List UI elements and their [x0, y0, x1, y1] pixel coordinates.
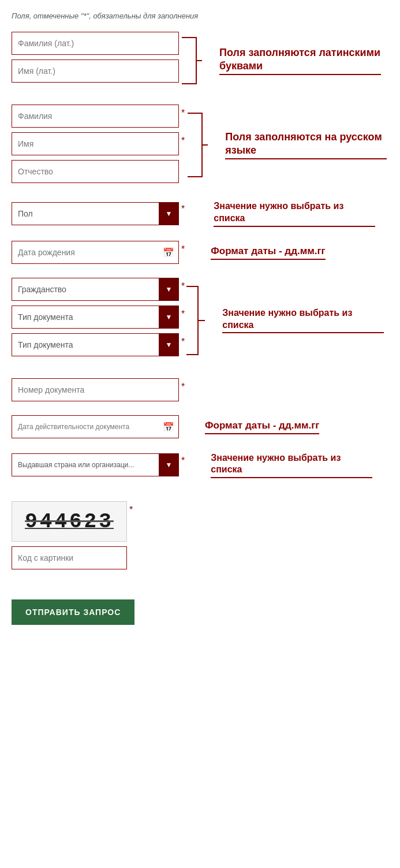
doc-type2-select-wrapper: Тип документа [12, 333, 179, 356]
doc-number-input[interactable] [12, 378, 179, 401]
birth-date-wrapper: 📅 [12, 241, 179, 264]
captcha-image: 944623 [12, 501, 127, 542]
issuing-country-annotation: Значение нужно выбрать из списка [193, 452, 372, 479]
gender-select[interactable]: Пол Мужской Женский [12, 202, 179, 225]
patronymic-input[interactable] [12, 160, 179, 183]
doc-type1-wrapper: Тип документа * [12, 306, 185, 329]
doc-type2-select[interactable]: Тип документа [12, 333, 179, 356]
citizenship-select-wrapper: Гражданство [12, 278, 179, 301]
russian-annotation: Поля заполняются на русском языке [225, 131, 387, 160]
gender-select-wrapper: Пол Мужской Женский [12, 202, 179, 225]
russian-fields-section: * * Поля заполняются на русском языке [12, 105, 388, 185]
form-hint: Поля, отмеченные "*", обязательны для за… [12, 12, 388, 20]
gender-row: Пол Мужской Женский * Значение нужно выб… [12, 200, 388, 227]
first-name-ru-input[interactable] [12, 132, 179, 155]
issuing-country-row: Выдавшая страна или организаци... * Знач… [12, 452, 388, 479]
captcha-required-star: * [129, 505, 133, 515]
captcha-display: 944623 [25, 510, 114, 534]
gender-annotation: Значение нужно выбрать из списка [196, 200, 375, 227]
doc-type2-wrapper: Тип документа * [12, 333, 185, 356]
doc-type1-required-star: * [181, 309, 185, 319]
doc-type1-select[interactable]: Тип документа [12, 306, 179, 329]
birth-date-row: 📅 * Формат даты - дд.мм.гг [12, 241, 388, 264]
doc-type1-select-wrapper: Тип документа [12, 306, 179, 329]
docs-bracket [182, 278, 205, 363]
doc-number-required-star: * [181, 382, 185, 392]
birth-date-annotation: Формат даты - дд.мм.гг [193, 245, 325, 260]
gender-required-star: * [181, 204, 185, 214]
first-name-ru-wrapper: * [12, 132, 185, 155]
doc-number-row: * [12, 378, 388, 401]
last-name-ru-wrapper: * [12, 105, 185, 128]
birth-date-input[interactable] [12, 241, 179, 264]
birth-date-required-star: * [181, 244, 185, 255]
citizenship-wrapper: Гражданство * [12, 278, 185, 301]
issuing-country-required-star: * [181, 456, 185, 466]
last-name-ru-input[interactable] [12, 105, 179, 128]
citizenship-docs-section: Гражданство * Тип документа * Тип докуме… [12, 278, 388, 363]
captcha-section: 944623 * [12, 501, 388, 569]
russian-bracket [185, 105, 208, 185]
russian-fields-group: * * [12, 105, 185, 183]
first-name-required-star: * [181, 136, 185, 146]
first-name-lat-wrapper [12, 59, 179, 83]
doc-validity-annotation: Формат даты - дд.мм.гг [188, 419, 319, 434]
docs-annotation: Значение нужно выбрать из списка [222, 307, 384, 334]
submit-button[interactable]: ОТПРАВИТЬ ЗАПРОС [12, 599, 134, 625]
latin-annotation: Поля заполняются латинскими буквами [219, 46, 381, 76]
issuing-country-select-wrapper: Выдавшая страна или организаци... [12, 453, 179, 476]
citizenship-required-star: * [181, 281, 185, 292]
captcha-wrapper: 944623 [12, 501, 127, 569]
latin-fields-section: Поля заполняются латинскими буквами [12, 32, 388, 90]
last-name-required-star: * [181, 108, 185, 118]
last-name-lat-input[interactable] [12, 32, 179, 55]
captcha-input[interactable] [12, 546, 127, 569]
latin-bracket [179, 32, 202, 90]
doc-validity-row: 📅 Формат даты - дд.мм.гг [12, 415, 388, 438]
doc-validity-wrapper: 📅 [12, 415, 179, 438]
latin-fields-group [12, 32, 179, 83]
citizenship-select[interactable]: Гражданство [12, 278, 179, 301]
patronymic-wrapper [12, 160, 185, 183]
last-name-lat-wrapper [12, 32, 179, 55]
issuing-country-select[interactable]: Выдавшая страна или организаци... [12, 453, 179, 476]
doc-type2-required-star: * [181, 337, 185, 347]
doc-validity-input[interactable] [12, 415, 179, 438]
first-name-lat-input[interactable] [12, 59, 179, 83]
citizenship-docs-group: Гражданство * Тип документа * Тип докуме… [12, 278, 185, 356]
